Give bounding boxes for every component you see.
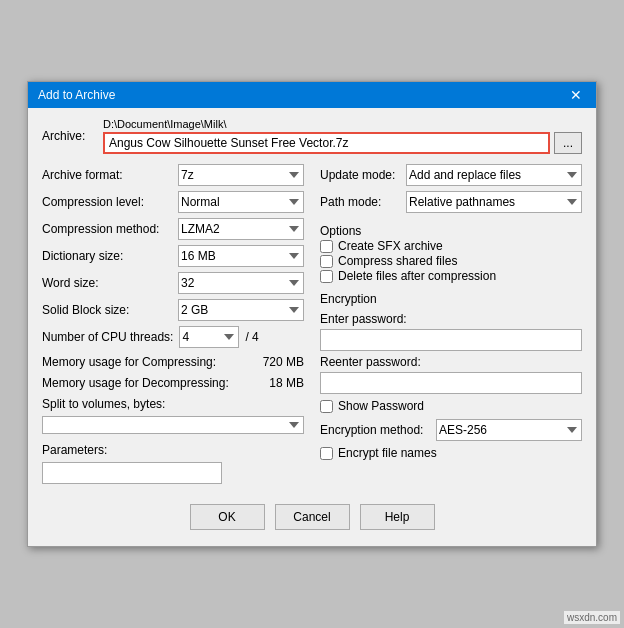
- cpu-threads-select[interactable]: 4123: [179, 326, 239, 348]
- create-sfx-row: Create SFX archive: [320, 239, 582, 253]
- compress-shared-label: Compress shared files: [338, 254, 457, 268]
- encryption-method-row: Encryption method: AES-256: [320, 419, 582, 441]
- update-mode-select[interactable]: Add and replace files Add and update fil…: [406, 164, 582, 186]
- archive-format-select[interactable]: 7zziptar: [178, 164, 304, 186]
- memory-compressing-label: Memory usage for Compressing:: [42, 355, 216, 369]
- reenter-password-field: Reenter password:: [320, 355, 582, 394]
- browse-button[interactable]: ...: [554, 132, 582, 154]
- options-section-label: Options: [320, 224, 361, 238]
- encryption-section: Encryption Enter password: Reenter passw…: [320, 292, 582, 460]
- create-sfx-label: Create SFX archive: [338, 239, 443, 253]
- solid-block-row: Solid Block size: 2 GB1 GB: [42, 299, 304, 321]
- close-button[interactable]: ✕: [566, 88, 586, 102]
- split-volumes-label: Split to volumes, bytes:: [42, 397, 304, 411]
- show-password-row: Show Password: [320, 399, 582, 413]
- dialog-body: Archive: D:\Document\Image\Milk\ ... Arc…: [28, 108, 596, 546]
- parameters-input[interactable]: [42, 462, 222, 484]
- enter-password-input[interactable]: [320, 329, 582, 351]
- parameters-section: Parameters:: [42, 443, 304, 484]
- archive-row: Archive: D:\Document\Image\Milk\ ...: [42, 118, 582, 154]
- right-column: Update mode: Add and replace files Add a…: [320, 164, 582, 484]
- path-mode-row: Path mode: Relative pathnames Absolute p…: [320, 191, 582, 213]
- archive-filename-input[interactable]: [103, 132, 550, 154]
- enter-password-label: Enter password:: [320, 312, 582, 326]
- archive-subpath: D:\Document\Image\Milk\: [103, 118, 582, 130]
- delete-after-label: Delete files after compression: [338, 269, 496, 283]
- encryption-section-label: Encryption: [320, 292, 582, 306]
- compression-method-select[interactable]: LZMA2LZMA: [178, 218, 304, 240]
- encryption-method-label: Encryption method:: [320, 423, 430, 437]
- cpu-threads-label: Number of CPU threads:: [42, 330, 173, 344]
- word-size-select[interactable]: 321664: [178, 272, 304, 294]
- memory-decompressing-value: 18 MB: [269, 376, 304, 390]
- compression-level-select[interactable]: NormalStoreFastest: [178, 191, 304, 213]
- compress-shared-row: Compress shared files: [320, 254, 582, 268]
- encrypt-filenames-label: Encrypt file names: [338, 446, 437, 460]
- delete-after-checkbox[interactable]: [320, 270, 333, 283]
- compression-level-row: Compression level: NormalStoreFastest: [42, 191, 304, 213]
- word-size-label: Word size:: [42, 276, 172, 290]
- archive-filename-row: ...: [103, 132, 582, 154]
- memory-decompressing-label: Memory usage for Decompressing:: [42, 376, 229, 390]
- cancel-button[interactable]: Cancel: [275, 504, 350, 530]
- dictionary-size-select[interactable]: 16 MB8 MB32 MB: [178, 245, 304, 267]
- watermark: wsxdn.com: [564, 611, 620, 624]
- memory-compressing-row: Memory usage for Compressing: 720 MB: [42, 355, 304, 369]
- delete-after-row: Delete files after compression: [320, 269, 582, 283]
- left-column: Archive format: 7zziptar Compression lev…: [42, 164, 304, 484]
- path-mode-select[interactable]: Relative pathnames Absolute pathnames No…: [406, 191, 582, 213]
- parameters-label: Parameters:: [42, 443, 304, 457]
- dictionary-size-row: Dictionary size: 16 MB8 MB32 MB: [42, 245, 304, 267]
- options-section: Options Create SFX archive Compress shar…: [320, 224, 582, 283]
- encrypt-filenames-checkbox[interactable]: [320, 447, 333, 460]
- encrypt-filenames-row: Encrypt file names: [320, 446, 582, 460]
- compression-level-label: Compression level:: [42, 195, 172, 209]
- dictionary-size-label: Dictionary size:: [42, 249, 172, 263]
- title-bar: Add to Archive ✕: [28, 82, 596, 108]
- archive-format-row: Archive format: 7zziptar: [42, 164, 304, 186]
- main-columns: Archive format: 7zziptar Compression lev…: [42, 164, 582, 484]
- archive-path-col: D:\Document\Image\Milk\ ...: [103, 118, 582, 154]
- archive-format-label: Archive format:: [42, 168, 172, 182]
- cpu-threads-row: Number of CPU threads: 4123 / 4: [42, 326, 304, 348]
- button-row: OK Cancel Help: [42, 504, 582, 534]
- add-to-archive-dialog: Add to Archive ✕ Archive: D:\Document\Im…: [27, 81, 597, 547]
- enter-password-field: Enter password:: [320, 312, 582, 351]
- ok-button[interactable]: OK: [190, 504, 265, 530]
- create-sfx-checkbox[interactable]: [320, 240, 333, 253]
- memory-compressing-value: 720 MB: [263, 355, 304, 369]
- compression-method-row: Compression method: LZMA2LZMA: [42, 218, 304, 240]
- update-mode-row: Update mode: Add and replace files Add a…: [320, 164, 582, 186]
- word-size-row: Word size: 321664: [42, 272, 304, 294]
- reenter-password-input[interactable]: [320, 372, 582, 394]
- show-password-checkbox[interactable]: [320, 400, 333, 413]
- cpu-threads-max: / 4: [245, 330, 258, 344]
- solid-block-label: Solid Block size:: [42, 303, 172, 317]
- dialog-title: Add to Archive: [38, 88, 115, 102]
- encryption-method-select[interactable]: AES-256: [436, 419, 582, 441]
- compression-method-label: Compression method:: [42, 222, 172, 236]
- solid-block-select[interactable]: 2 GB1 GB: [178, 299, 304, 321]
- path-mode-label: Path mode:: [320, 195, 400, 209]
- compress-shared-checkbox[interactable]: [320, 255, 333, 268]
- update-mode-label: Update mode:: [320, 168, 400, 182]
- memory-decompressing-row: Memory usage for Decompressing: 18 MB: [42, 376, 304, 390]
- reenter-password-label: Reenter password:: [320, 355, 582, 369]
- show-password-label: Show Password: [338, 399, 424, 413]
- split-volumes-section: Split to volumes, bytes:: [42, 397, 304, 434]
- archive-label: Archive:: [42, 129, 97, 143]
- split-volumes-select[interactable]: [42, 416, 304, 434]
- help-button[interactable]: Help: [360, 504, 435, 530]
